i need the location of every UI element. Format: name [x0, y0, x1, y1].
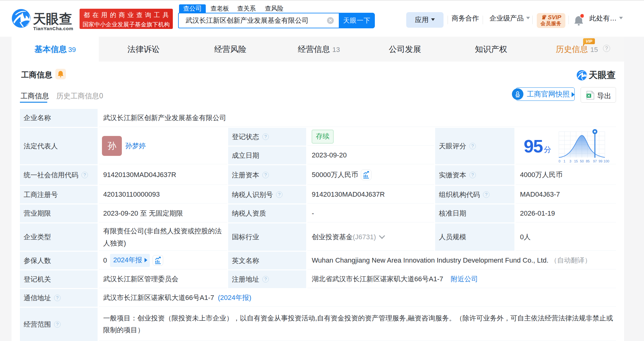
svg-text:0: 0: [558, 159, 560, 163]
svg-text:1: 1: [563, 159, 565, 163]
svg-text:97: 97: [593, 159, 596, 163]
svg-text:50: 50: [580, 159, 583, 163]
svg-text:99: 99: [598, 159, 602, 163]
svg-text:3: 3: [569, 159, 571, 163]
svg-text:85: 85: [586, 159, 589, 163]
svg-text:100: 100: [603, 159, 609, 163]
svg-text:15: 15: [574, 159, 577, 163]
